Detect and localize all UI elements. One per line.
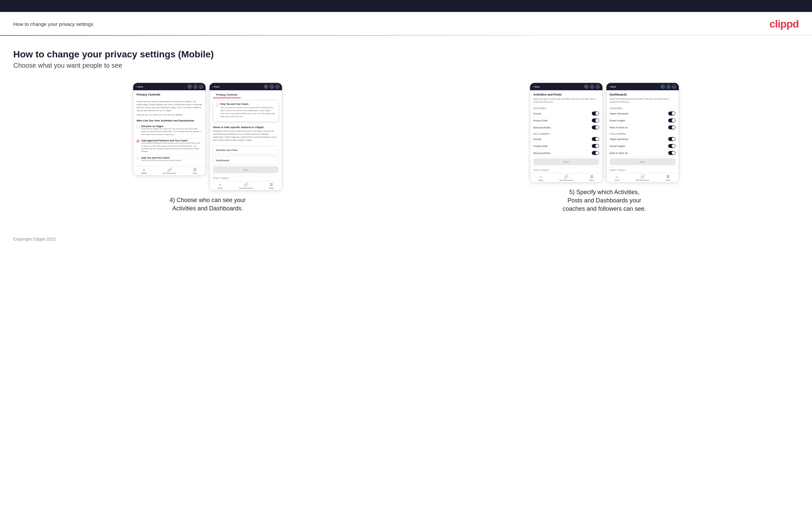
coaches-player-row: Player Dashboard <box>606 110 679 117</box>
list-item-dashboards[interactable]: Dashboards › <box>213 156 278 165</box>
menu-icon3: ☰ <box>270 183 273 186</box>
phone2-tab-menu[interactable]: ☰ Menu <box>269 183 274 189</box>
people-icon2[interactable]: 👤 <box>270 84 274 89</box>
save-button-4[interactable]: Save <box>610 158 675 165</box>
followers-round-insights-label: Round Insights <box>610 145 625 147</box>
help-support-4: Help & Support <box>606 167 679 173</box>
page-content: How to change your privacy settings (Mob… <box>0 36 812 227</box>
save-button-3[interactable]: Save <box>534 158 599 165</box>
phone4-tab-menu[interactable]: ☰ Menu <box>666 175 670 181</box>
phone2-tab-home-label: Home <box>218 187 223 189</box>
who-section-header: Who Can See Your Activities and Dashboar… <box>137 119 202 122</box>
people-icon[interactable]: 👤 <box>193 84 197 89</box>
phone3-tab-perf[interactable]: 📈 My Performance <box>560 175 573 181</box>
performance-icon3: 📈 <box>244 183 248 186</box>
coaches-player-label: Player Dashboard <box>610 112 628 115</box>
phone4-topbar: < Back 🔍 👤 ⚙ <box>606 83 679 90</box>
phone2-back[interactable]: < Back <box>212 86 219 88</box>
phone3-topbar: < Back 🔍 👤 ⚙ <box>530 83 602 90</box>
followers-player-toggle[interactable] <box>668 137 675 141</box>
phone2-tab-label[interactable]: Privacy Controls <box>213 92 241 98</box>
radio-2[interactable] <box>137 157 140 160</box>
followers-player-label: Player Dashboard <box>610 138 628 140</box>
performance-icon5: 📈 <box>564 175 568 178</box>
coaches-round-insights-toggle[interactable] <box>668 118 675 122</box>
performance-icon7: 📈 <box>640 175 645 178</box>
coaches-player-toggle[interactable] <box>668 111 675 115</box>
coaches-drills-toggle[interactable] <box>592 118 599 122</box>
followers-manual-toggle[interactable] <box>592 151 599 155</box>
followers-drills-toggle[interactable] <box>592 144 599 148</box>
people-icon4[interactable]: 👤 <box>590 84 594 89</box>
phone3-tab-menu[interactable]: ☰ Menu <box>590 175 594 181</box>
coaches-manual-toggle[interactable] <box>592 125 599 129</box>
search-icon4[interactable]: 🔍 <box>585 84 589 89</box>
radio-0-text: Everyone on Clippd Everyone on Clippd ca… <box>141 125 202 136</box>
search-icon6[interactable]: 🔍 <box>661 84 665 89</box>
followers-workon-row: What To Work On <box>606 150 679 157</box>
coaches-manual-row: Manual Activities <box>530 124 602 131</box>
followers-round-insights-toggle[interactable] <box>668 144 675 148</box>
phone1-back[interactable]: < Back <box>136 86 143 88</box>
radio-option-0[interactable]: Everyone on Clippd Everyone on Clippd ca… <box>137 123 202 138</box>
phone2-tab-home[interactable]: ⌂ Home <box>218 183 223 189</box>
step4-group: < Back 🔍 👤 ⚙ Privacy Controls Control ho… <box>13 82 402 213</box>
radio-option-1[interactable]: Only Approved Followers and Your Coach O… <box>137 138 202 155</box>
list-item-activities[interactable]: Activities and Posts › <box>213 146 278 154</box>
popup-desc: Only you and the coaches you connect wit… <box>220 106 276 118</box>
menu-icon5: ☰ <box>590 175 594 178</box>
followers-workon-toggle[interactable] <box>668 151 675 155</box>
home-icon3: ⌂ <box>219 183 221 186</box>
feature-desc: Regardless of the privacy controls that … <box>213 130 278 142</box>
arrow-right-icon2: › <box>275 159 276 162</box>
phone4-tab-perf[interactable]: 📈 My Performance <box>636 175 649 181</box>
feature-title: Show or hide specific features in Clippd <box>213 126 278 129</box>
radio-option-2[interactable]: Only You and Your Coach Only you and the… <box>137 155 202 163</box>
followers-rounds-toggle[interactable] <box>592 137 599 141</box>
phone2-tabbar: ⌂ Home 📈 My Performance ☰ Menu <box>210 181 282 190</box>
radio-1[interactable] <box>137 140 140 143</box>
mockups-row: < Back 🔍 👤 ⚙ Privacy Controls Control ho… <box>13 82 799 213</box>
phone2-mockup: < Back 🔍 👤 ⚙ Privacy Controls <box>209 82 282 191</box>
page-main-title: How to change your privacy settings (Mob… <box>13 49 799 60</box>
phone3-tabbar: ⌂ Home 📈 My Performance ☰ Menu <box>530 173 602 182</box>
menu-icon: ☰ <box>193 168 197 172</box>
coaches-rounds-row: Rounds <box>530 110 602 117</box>
radio-0[interactable] <box>137 125 140 128</box>
radio-0-label: Everyone on Clippd <box>141 125 202 127</box>
settings-icon6[interactable]: ⚙ <box>672 84 676 89</box>
phone1-tab-menu[interactable]: ☰ Menu <box>193 168 198 174</box>
phone4-back[interactable]: < Back <box>609 86 616 88</box>
people-icon6[interactable]: 👤 <box>666 84 670 89</box>
followers-workon-label: What To Work On <box>610 152 628 154</box>
phone3-tab-home[interactable]: ⌂ Home <box>538 175 543 181</box>
save-button-2[interactable]: Save <box>213 166 278 173</box>
phone4-icons: 🔍 👤 ⚙ <box>661 84 676 89</box>
phone4-mockup: < Back 🔍 👤 ⚙ Dashboards Select the dashb… <box>606 82 679 183</box>
phone3-tab-perf-label: My Performance <box>560 179 573 181</box>
settings-icon[interactable]: ⚙ <box>199 84 203 89</box>
phone4-tab-menu-label: Menu <box>666 179 670 181</box>
phone3-back[interactable]: < Back <box>533 86 540 88</box>
phone2-tab-perf[interactable]: 📈 My Performance <box>240 183 253 189</box>
search-icon[interactable]: 🔍 <box>188 84 192 89</box>
coaches-workon-label: What To Work On <box>610 126 628 129</box>
header: How to change your privacy settings clip… <box>0 12 812 35</box>
list-item-activities-label: Activities and Posts <box>216 149 238 152</box>
phone2-tab-area: Privacy Controls <box>210 90 282 98</box>
phone2-popup: Only You and Your Coach Only you and the… <box>213 100 278 122</box>
settings-icon2[interactable]: ⚙ <box>275 84 279 89</box>
search-icon2[interactable]: 🔍 <box>264 84 268 89</box>
feature-section: Show or hide specific features in Clippd… <box>210 124 282 146</box>
coaches-label-1: COACHES <box>530 106 602 110</box>
phone4-tab-home[interactable]: ⌂ Home <box>615 175 620 181</box>
coaches-workon-toggle[interactable] <box>668 125 675 129</box>
coaches-workon-row: What To Work On <box>606 124 679 131</box>
phone1-tab-home[interactable]: ⌂ Home <box>142 168 146 174</box>
settings-icon4[interactable]: ⚙ <box>596 84 600 89</box>
coaches-rounds-toggle[interactable] <box>592 111 599 115</box>
followers-label-1: FOLLOWERS <box>530 131 602 136</box>
phone1-tab-perf[interactable]: 📈 My Performance <box>163 168 176 174</box>
top-bar <box>0 0 812 12</box>
menu-icon7: ☰ <box>666 175 670 178</box>
